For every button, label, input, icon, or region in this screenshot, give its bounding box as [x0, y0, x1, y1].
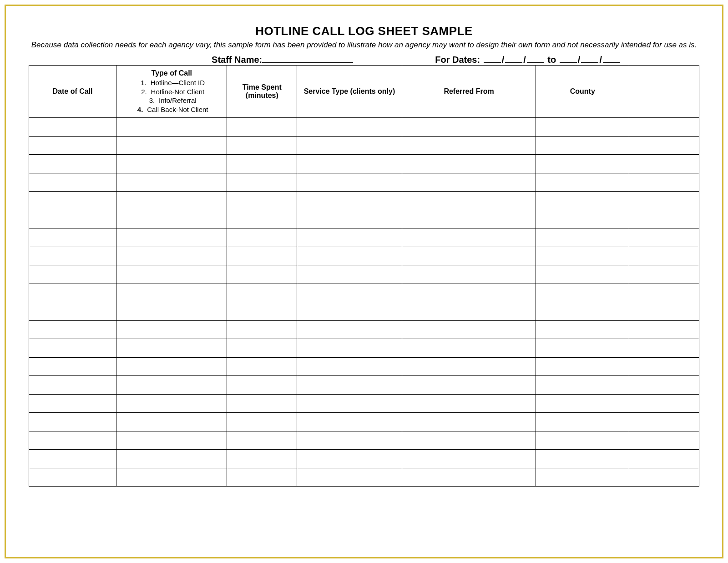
table-cell[interactable] [629, 210, 699, 228]
table-cell[interactable] [116, 413, 227, 431]
table-cell[interactable] [116, 192, 227, 210]
table-cell[interactable] [629, 247, 699, 265]
table-cell[interactable] [227, 320, 297, 339]
table-cell[interactable] [29, 136, 116, 155]
table-cell[interactable] [227, 247, 297, 265]
table-cell[interactable] [402, 136, 536, 155]
table-cell[interactable] [116, 357, 227, 376]
table-cell[interactable] [297, 265, 402, 284]
table-cell[interactable] [629, 320, 699, 339]
table-cell[interactable] [536, 413, 629, 431]
table-cell[interactable] [402, 450, 536, 468]
table-cell[interactable] [402, 302, 536, 321]
table-cell[interactable] [629, 339, 699, 358]
table-cell[interactable] [116, 339, 227, 358]
table-cell[interactable] [29, 302, 116, 321]
table-cell[interactable] [227, 431, 297, 450]
table-cell[interactable] [29, 210, 116, 228]
table-cell[interactable] [536, 173, 629, 192]
table-cell[interactable] [297, 284, 402, 302]
table-cell[interactable] [402, 192, 536, 210]
table-cell[interactable] [29, 265, 116, 284]
table-cell[interactable] [297, 155, 402, 173]
table-cell[interactable] [116, 247, 227, 265]
table-cell[interactable] [116, 468, 227, 487]
table-cell[interactable] [297, 431, 402, 450]
table-cell[interactable] [29, 413, 116, 431]
table-cell[interactable] [629, 376, 699, 395]
table-cell[interactable] [297, 302, 402, 321]
table-cell[interactable] [536, 192, 629, 210]
table-cell[interactable] [116, 228, 227, 247]
table-cell[interactable] [402, 468, 536, 487]
table-cell[interactable] [402, 247, 536, 265]
table-cell[interactable] [536, 155, 629, 173]
table-cell[interactable] [629, 192, 699, 210]
table-cell[interactable] [402, 339, 536, 358]
table-cell[interactable] [227, 357, 297, 376]
table-cell[interactable] [116, 376, 227, 395]
date-from-part1[interactable] [484, 53, 501, 63]
table-cell[interactable] [29, 394, 116, 413]
table-cell[interactable] [227, 210, 297, 228]
table-cell[interactable] [297, 376, 402, 395]
table-cell[interactable] [297, 192, 402, 210]
date-to-part1[interactable] [560, 53, 577, 63]
table-cell[interactable] [227, 394, 297, 413]
table-cell[interactable] [402, 376, 536, 395]
table-cell[interactable] [29, 339, 116, 358]
table-cell[interactable] [29, 155, 116, 173]
table-cell[interactable] [297, 118, 402, 137]
table-cell[interactable] [402, 118, 536, 137]
table-cell[interactable] [536, 302, 629, 321]
table-cell[interactable] [297, 136, 402, 155]
date-to-part3[interactable] [603, 53, 620, 63]
table-cell[interactable] [629, 155, 699, 173]
table-cell[interactable] [227, 376, 297, 395]
table-cell[interactable] [29, 320, 116, 339]
table-cell[interactable] [29, 450, 116, 468]
table-cell[interactable] [227, 173, 297, 192]
table-cell[interactable] [536, 265, 629, 284]
table-cell[interactable] [116, 320, 227, 339]
table-cell[interactable] [536, 339, 629, 358]
table-cell[interactable] [297, 173, 402, 192]
table-cell[interactable] [629, 136, 699, 155]
table-cell[interactable] [297, 357, 402, 376]
table-cell[interactable] [402, 357, 536, 376]
table-cell[interactable] [227, 228, 297, 247]
table-cell[interactable] [116, 394, 227, 413]
table-cell[interactable] [227, 339, 297, 358]
table-cell[interactable] [227, 450, 297, 468]
table-cell[interactable] [629, 357, 699, 376]
table-cell[interactable] [402, 228, 536, 247]
table-cell[interactable] [116, 118, 227, 137]
table-cell[interactable] [116, 450, 227, 468]
table-cell[interactable] [536, 228, 629, 247]
table-cell[interactable] [536, 376, 629, 395]
table-cell[interactable] [536, 284, 629, 302]
table-cell[interactable] [536, 136, 629, 155]
table-cell[interactable] [227, 302, 297, 321]
date-from-part3[interactable] [527, 53, 544, 63]
table-cell[interactable] [629, 302, 699, 321]
date-from-part2[interactable] [505, 53, 522, 63]
table-cell[interactable] [402, 431, 536, 450]
table-cell[interactable] [29, 247, 116, 265]
table-cell[interactable] [402, 155, 536, 173]
table-cell[interactable] [227, 155, 297, 173]
table-cell[interactable] [29, 376, 116, 395]
date-to-part2[interactable] [581, 53, 598, 63]
table-cell[interactable] [227, 192, 297, 210]
table-cell[interactable] [402, 210, 536, 228]
table-cell[interactable] [536, 118, 629, 137]
table-cell[interactable] [116, 302, 227, 321]
table-cell[interactable] [402, 284, 536, 302]
table-cell[interactable] [116, 431, 227, 450]
table-cell[interactable] [29, 228, 116, 247]
table-cell[interactable] [629, 228, 699, 247]
table-cell[interactable] [29, 118, 116, 137]
table-cell[interactable] [297, 394, 402, 413]
table-cell[interactable] [536, 450, 629, 468]
table-cell[interactable] [402, 413, 536, 431]
